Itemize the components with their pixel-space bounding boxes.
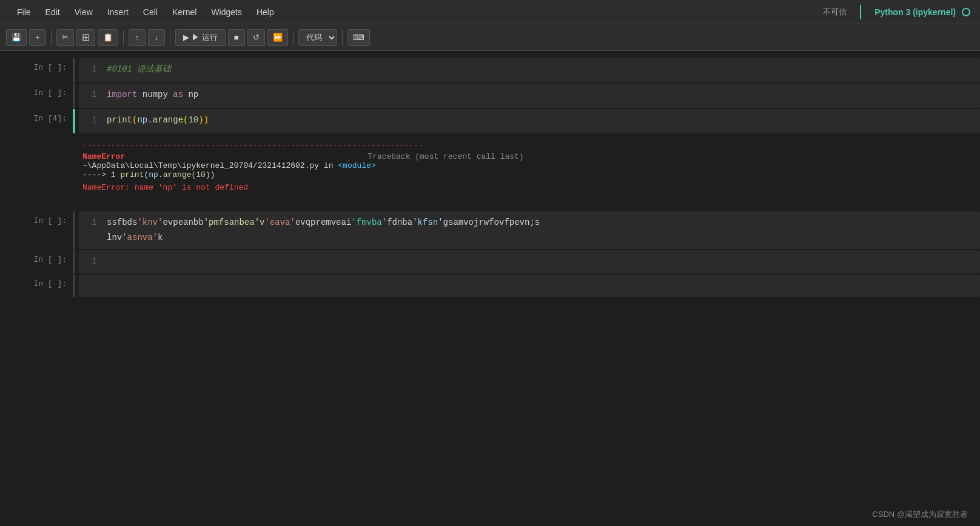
line-num-4-2	[85, 230, 97, 245]
v: v	[260, 215, 264, 230]
numpy-text: numpy	[137, 87, 173, 102]
move-down-button[interactable]: ↓	[148, 29, 165, 46]
evqpremveai: evqpremveai	[295, 215, 351, 230]
cell-4-content[interactable]: 1 ssfbds'knv'evpeanbb'pmfsanbea'v'eava'e…	[79, 211, 980, 249]
cell-6: In [ ]:	[0, 275, 980, 297]
notebook: In [ ]: 1 #0101 语法基础 In [ ]: 1 import nu…	[0, 51, 980, 526]
cell-6-content[interactable]	[79, 275, 980, 297]
open-paren2: (	[183, 113, 188, 128]
error-header: NameError Traceback (most recent call la…	[82, 152, 970, 161]
fast-forward-button[interactable]: ⏩	[267, 29, 288, 46]
close-paren2: )	[198, 113, 203, 128]
arange-func: arange	[153, 113, 183, 128]
cell-6-line-1	[85, 278, 974, 293]
cell-3-prompt: In [4]:	[0, 109, 73, 133]
cell-4-border	[73, 211, 75, 249]
menubar-right: 不可信 | Python 3 (ipykernel)	[823, 4, 970, 20]
cell-4: In [ ]: 1 ssfbds'knv'evpeanbb'pmfsanbea'…	[0, 211, 980, 249]
run-icon: ▶	[183, 33, 189, 42]
paste-button[interactable]: 📋	[98, 29, 118, 46]
cell-2-border	[73, 84, 75, 108]
dot-err: .	[158, 170, 163, 179]
cell-5-content[interactable]: 1	[79, 250, 980, 273]
file-path: ~\AppData\Local\Temp\ipykernel_20704/232…	[82, 161, 338, 170]
fdnba: fdnba	[387, 215, 412, 230]
dot: .	[147, 113, 152, 128]
cell-1-prompt: In [ ]:	[0, 58, 73, 82]
cell-1-content[interactable]: 1 #0101 语法基础	[79, 58, 980, 82]
menu-insert[interactable]: Insert	[100, 4, 136, 21]
cell-type-select[interactable]: 代码	[298, 29, 337, 46]
evpeanbb: evpeanbb	[163, 215, 203, 230]
paren-err3: ))	[206, 170, 215, 179]
cell-4-prompt: In [ ]:	[0, 211, 73, 249]
save-button[interactable]: 💾	[6, 29, 27, 46]
line-num-2: 1	[85, 87, 97, 102]
np-text: np	[183, 87, 198, 102]
cell-6-border	[73, 275, 75, 297]
move-up-button[interactable]: ↑	[129, 29, 146, 46]
line-num-6	[85, 278, 97, 293]
toolbar: 💾 + ✂ ⊞ 📋 ↑ ↓ ▶ ▶ 运行 ■ ↺ ⏩ 代码 ⌨	[0, 24, 980, 51]
toolbar-separator-4	[293, 30, 294, 45]
as-keyword: as	[173, 87, 183, 102]
toolbar-separator-3	[170, 30, 170, 45]
cell-1-border	[73, 58, 75, 82]
cell-5: In [ ]: 1	[0, 250, 980, 273]
cell-1-line-1: 1 #0101 语法基础	[85, 62, 974, 77]
copy-button[interactable]: ⊞	[76, 29, 95, 46]
restart-button[interactable]: ↺	[247, 29, 265, 46]
error-file: ~\AppData\Local\Temp\ipykernel_20704/232…	[82, 161, 970, 170]
keyboard-button[interactable]: ⌨	[347, 29, 370, 46]
kernel-name: Python 3 (ipykernel)	[874, 7, 956, 17]
error-name: NameError	[82, 152, 125, 161]
cell-2-prompt: In [ ]:	[0, 84, 73, 108]
np-module: np	[137, 113, 147, 128]
arange-err: arange	[163, 170, 192, 179]
cell-3-line-1: 1 print(np.arange(10))	[85, 113, 974, 128]
kernel-circle-icon	[962, 8, 970, 16]
error-message: NameError: name 'np' is not defined	[82, 183, 970, 192]
comment-text: #0101 语法基础	[107, 62, 171, 77]
line-num-4: 1	[85, 215, 97, 230]
s-knv: 'knv'	[137, 215, 163, 230]
toolbar-separator-1	[51, 30, 52, 45]
cell-3-content[interactable]: 1 print(np.arange(10))	[79, 109, 980, 133]
gsamvo: gsamvojrwfovfpevn;s	[443, 215, 540, 230]
line-num-5: 1	[85, 254, 97, 269]
traceback-label: Traceback (most recent call last)	[368, 152, 523, 161]
spacer	[0, 198, 980, 210]
cell-2-content[interactable]: 1 import numpy as np	[79, 84, 980, 108]
cell-3-output: ----------------------------------------…	[73, 135, 980, 198]
stop-button[interactable]: ■	[228, 29, 245, 46]
cell-6-prompt: In [ ]:	[0, 275, 73, 297]
menu-cell[interactable]: Cell	[136, 4, 165, 21]
menu-edit[interactable]: Edit	[38, 4, 67, 21]
menu-widgets[interactable]: Widgets	[204, 4, 249, 21]
menu-view[interactable]: View	[67, 4, 100, 21]
number-10: 10	[188, 113, 198, 128]
np-err: np	[149, 170, 158, 179]
run-label: ▶ 运行	[192, 32, 218, 43]
cell-2-line-1: 1 import numpy as np	[85, 87, 974, 102]
close-paren: )	[204, 113, 209, 128]
arrow-text: ----> 1	[82, 170, 120, 179]
print-func: print	[107, 113, 132, 128]
cell-5-border	[73, 250, 75, 273]
cell-4-line-1: 1 ssfbds'knv'evpeanbb'pmfsanbea'v'eava'e…	[85, 215, 974, 230]
error-arrow: ----> 1 print(np.arange(10))	[82, 170, 970, 179]
cell-4-line-2: lnv'asnva'k	[85, 230, 974, 245]
menu-help[interactable]: Help	[249, 4, 281, 21]
toolbar-separator-5	[342, 30, 343, 45]
separator: |	[856, 4, 865, 20]
cut-button[interactable]: ✂	[56, 29, 74, 46]
cell-3-border	[73, 109, 75, 133]
s-asnva: 'asnva'	[122, 230, 158, 245]
s-fmvba: 'fmvba'	[351, 215, 387, 230]
menu-kernel[interactable]: Kernel	[165, 4, 204, 21]
menu-file[interactable]: File	[10, 4, 38, 21]
line-num-1: 1	[85, 62, 97, 77]
run-button[interactable]: ▶ ▶ 运行	[175, 29, 226, 46]
cell-5-prompt: In [ ]:	[0, 250, 73, 273]
add-cell-button[interactable]: +	[29, 29, 46, 46]
